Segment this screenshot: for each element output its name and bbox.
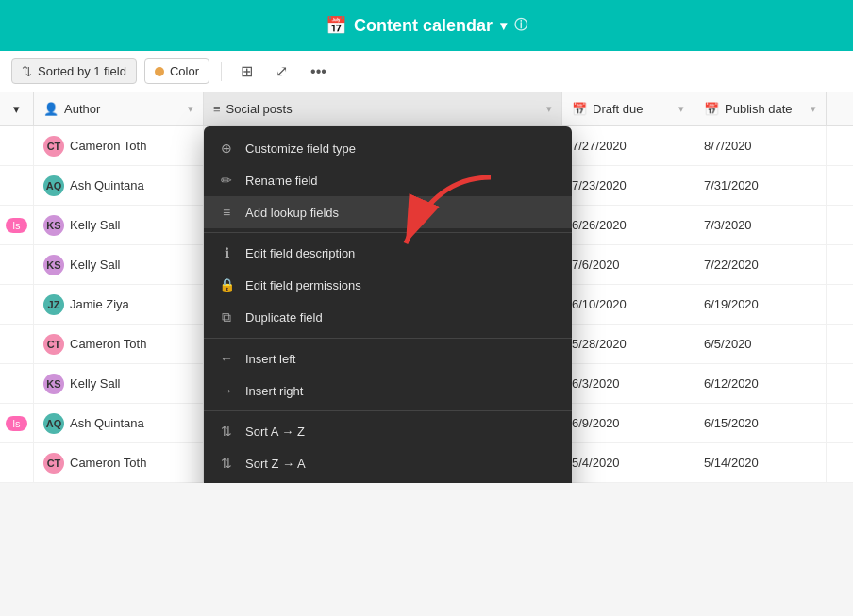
header-social-col[interactable]: ≡ Social posts ▾ — [204, 92, 562, 125]
row-toggle[interactable] — [0, 285, 34, 324]
color-button[interactable]: Color — [144, 58, 209, 84]
author-name: Kelly Sall — [70, 376, 120, 391]
header-publish-col[interactable]: 📅 Publish date ▾ — [694, 92, 827, 125]
menu-item-label: Add lookup fields — [245, 206, 339, 220]
menu-item-sort-az[interactable]: ⇅Sort A → Z — [204, 415, 572, 447]
author-cell: CTCameron Toth — [34, 443, 204, 482]
author-name: Jamie Ziya — [70, 297, 129, 311]
color-label: Color — [170, 64, 199, 78]
calendar-icon: 📅 — [326, 15, 346, 36]
customize-icon: ⊕ — [219, 141, 234, 156]
author-name: Cameron Toth — [70, 337, 146, 351]
add-lookup-icon: ≡ — [219, 205, 234, 220]
draft-cell: 6/9/2020 — [562, 404, 694, 442]
row-toggle[interactable]: ls — [0, 404, 34, 442]
row-toggle[interactable] — [0, 325, 34, 363]
social-sort-icon: ▾ — [546, 103, 552, 115]
author-cell: KSKelly Sall — [34, 245, 204, 284]
publish-cell: 7/22/2020 — [694, 245, 827, 284]
author-cell: AQAsh Quintana — [34, 166, 204, 205]
insert-right-icon: → — [219, 383, 234, 398]
insert-left-icon: ← — [219, 351, 234, 366]
menu-item-label: Rename field — [245, 174, 318, 188]
author-col-label: Author — [64, 102, 100, 116]
draft-col-label: Draft due — [593, 102, 643, 116]
row-toggle[interactable]: ls — [0, 206, 34, 244]
edit-perms-icon: 🔒 — [219, 277, 234, 292]
sort-icon: ⇅ — [22, 64, 32, 78]
draft-cell: 7/27/2020 — [562, 126, 694, 165]
menu-item-customize[interactable]: ⊕Customize field type — [204, 132, 572, 164]
draft-cell: 6/3/2020 — [562, 364, 694, 403]
row-toggle[interactable] — [0, 166, 34, 205]
menu-item-edit-perms[interactable]: 🔒Edit field permissions — [204, 269, 572, 301]
info-icon[interactable]: ⓘ — [514, 17, 527, 34]
grid-header: ▾ 👤 Author ▾ ≡ Social posts ▾ 📅 Draft du… — [0, 92, 853, 126]
menu-item-insert-left[interactable]: ←Insert left — [204, 342, 572, 375]
author-name: Kelly Sall — [70, 258, 120, 272]
menu-item-label: Insert right — [245, 384, 303, 398]
draft-col-icon: 📅 — [572, 102, 587, 116]
toggle-icon: ▾ — [13, 102, 20, 116]
author-cell: KSKelly Sall — [34, 364, 204, 403]
publish-cell: 5/14/2020 — [694, 443, 827, 482]
avatar: CT — [43, 334, 64, 355]
publish-sort-icon: ▾ — [811, 103, 816, 115]
menu-item-label: Customize field type — [245, 142, 356, 156]
avatar: AQ — [43, 413, 64, 434]
menu-item-rename[interactable]: ✏Rename field — [204, 164, 572, 196]
row-toggle[interactable] — [0, 364, 34, 403]
publish-cell: 7/31/2020 — [694, 166, 827, 205]
edit-desc-icon: ℹ — [219, 245, 234, 260]
row-toggle[interactable] — [0, 443, 34, 482]
menu-item-insert-right[interactable]: →Insert right — [204, 375, 572, 407]
publish-col-label: Publish date — [725, 102, 793, 116]
menu-divider — [204, 410, 572, 411]
more-button[interactable]: ••• — [303, 58, 334, 85]
author-cell: KSKelly Sall — [34, 206, 204, 244]
author-name: Ash Quintana — [70, 178, 144, 192]
avatar: JZ — [43, 294, 64, 315]
publish-col-icon: 📅 — [704, 102, 719, 116]
title-caret-icon[interactable]: ▾ — [500, 18, 507, 33]
menu-item-add-lookup[interactable]: ≡Add lookup fields — [204, 196, 572, 228]
menu-item-label: Duplicate field — [245, 310, 323, 325]
draft-cell: 6/26/2020 — [562, 206, 694, 244]
header-title-group: 📅 Content calendar ▾ ⓘ — [326, 15, 527, 36]
draft-cell: 5/28/2020 — [562, 325, 694, 363]
sort-label: Sorted by 1 field — [38, 64, 126, 78]
menu-divider — [204, 232, 572, 233]
author-name: Cameron Toth — [70, 139, 146, 153]
menu-item-label: Insert left — [245, 352, 295, 366]
expand-button[interactable]: ⤢ — [268, 58, 295, 85]
sort-button[interactable]: ⇅ Sorted by 1 field — [11, 58, 137, 84]
grid-container: ▾ 👤 Author ▾ ≡ Social posts ▾ 📅 Draft du… — [0, 92, 853, 483]
row-toggle[interactable] — [0, 126, 34, 165]
publish-cell: 8/7/2020 — [694, 126, 827, 165]
menu-item-edit-desc[interactable]: ℹEdit field description — [204, 237, 572, 269]
author-cell: CTCameron Toth — [34, 126, 204, 165]
avatar: KS — [43, 215, 64, 236]
author-sort-icon: ▾ — [188, 103, 193, 115]
menu-divider — [204, 338, 572, 339]
menu-item-duplicate[interactable]: ⧉Duplicate field — [204, 301, 572, 334]
avatar: AQ — [43, 175, 64, 196]
author-name: Kelly Sall — [70, 218, 120, 232]
row-label-pill: ls — [6, 218, 28, 233]
app-title: Content calendar — [354, 16, 493, 36]
header-toggle-col[interactable]: ▾ — [0, 92, 34, 125]
publish-cell: 6/12/2020 — [694, 364, 827, 403]
row-toggle[interactable] — [0, 245, 34, 284]
draft-cell: 6/10/2020 — [562, 285, 694, 324]
avatar: CT — [43, 136, 64, 157]
menu-item-sort-za[interactable]: ⇅Sort Z → A — [204, 447, 572, 479]
draft-sort-icon: ▾ — [678, 103, 684, 115]
header-author-col[interactable]: 👤 Author ▾ — [34, 92, 204, 125]
publish-cell: 7/3/2020 — [694, 206, 827, 244]
header-draft-col[interactable]: 📅 Draft due ▾ — [562, 92, 694, 125]
menu-item-label: Sort Z → A — [245, 457, 306, 471]
author-cell: JZJamie Ziya — [34, 285, 204, 324]
publish-cell: 6/19/2020 — [694, 285, 827, 324]
app-header: 📅 Content calendar ▾ ⓘ — [0, 0, 853, 51]
grid-view-button[interactable]: ⊞ — [233, 58, 260, 85]
